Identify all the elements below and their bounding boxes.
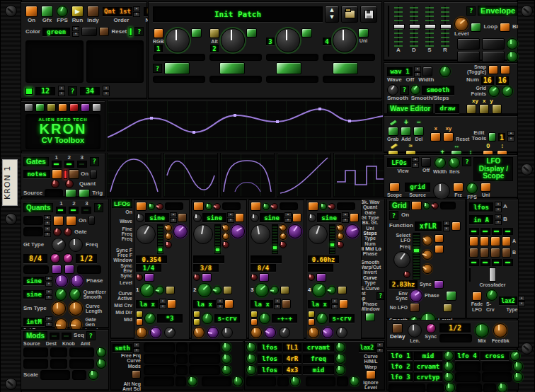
quants-on-toggle[interactable] <box>88 216 95 225</box>
lfo-envsync-pad[interactable] <box>316 273 326 282</box>
macro-bar[interactable] <box>209 54 262 61</box>
lfo-level-knob[interactable] <box>255 283 269 297</box>
matrix-amt-knob[interactable] <box>233 376 243 386</box>
grid-tan-pad[interactable] <box>443 304 452 312</box>
delay-on-button[interactable] <box>392 323 403 333</box>
lfo-mini-knob[interactable] <box>156 203 163 210</box>
mod-p2-value[interactable]: freq <box>303 354 334 363</box>
lax2-value[interactable]: lax2 <box>359 344 376 352</box>
sustain-slider[interactable] <box>425 6 435 47</box>
mod-src-value[interactable]: lfos <box>258 354 282 363</box>
scope-view-value[interactable]: LFOs <box>387 158 411 167</box>
quant-wave-value-2[interactable]: sine <box>23 290 45 299</box>
grid-pad[interactable] <box>435 245 444 253</box>
wave-select-value[interactable]: wav 1 <box>387 67 413 76</box>
count-left-spinner[interactable] <box>58 86 65 96</box>
matrix-select[interactable] <box>189 342 220 352</box>
theme-swatch[interactable] <box>81 103 90 112</box>
order-value[interactable]: Qnt 1st <box>103 7 132 16</box>
grid-hi-knob[interactable] <box>422 236 432 246</box>
function-value[interactable]: xfLR <box>415 221 442 231</box>
theme-swatch[interactable] <box>24 103 33 112</box>
mod-amt-knob[interactable] <box>96 347 106 357</box>
lfo-wave-value[interactable]: sine <box>202 213 226 222</box>
quant-smooth-knob-2[interactable] <box>69 288 81 301</box>
wave-off-toggle[interactable] <box>422 67 432 76</box>
matrix-amt-knob[interactable] <box>222 365 231 375</box>
lfo-midcrv-value[interactable]: la x <box>136 300 159 309</box>
lfo-wave-value[interactable]: sine <box>145 213 169 222</box>
lfo-fine-knob[interactable] <box>136 214 144 222</box>
fader-type-spinner[interactable] <box>518 296 525 306</box>
matrix-amt-knob[interactable] <box>497 383 507 392</box>
fader-b-pad[interactable] <box>480 248 489 258</box>
del-button[interactable] <box>413 127 424 136</box>
quant-gate-knob-1[interactable] <box>53 228 62 236</box>
xr-d[interactable]: cross <box>481 352 509 360</box>
lfo-phase-knob[interactable] <box>345 224 359 238</box>
loop-button[interactable] <box>471 23 481 32</box>
wave-select-spinner[interactable] <box>414 67 421 77</box>
matrix-select[interactable] <box>482 362 512 371</box>
lfo-wave-spinner[interactable] <box>342 212 349 223</box>
copy-from-value[interactable]: 1 <box>498 133 505 142</box>
lfo-midcrv-spinner[interactable] <box>274 299 281 309</box>
help-button[interactable]: ? <box>86 331 96 340</box>
lfo-mid-led[interactable] <box>193 311 200 318</box>
matrix-select-sm[interactable] <box>427 384 444 392</box>
quant-type-display[interactable] <box>23 216 43 225</box>
lfo-middir-knob[interactable] <box>136 327 147 338</box>
macro-bar[interactable] <box>323 76 375 83</box>
intm-value[interactable]: intM <box>23 318 45 326</box>
lfo-wave-spinner[interactable] <box>170 212 177 223</box>
fader-b-spinner[interactable] <box>495 214 502 225</box>
lfo-mid-knob3[interactable] <box>164 327 176 338</box>
fader-b-pad[interactable] <box>469 248 478 258</box>
macro-enable-1[interactable] <box>191 28 202 38</box>
fader-a-pad[interactable] <box>490 236 500 246</box>
quant-sync-left[interactable]: 8/4 <box>23 254 47 263</box>
matrix-select[interactable] <box>144 376 174 386</box>
ignore-level-button[interactable] <box>366 370 376 379</box>
matrix-amt-knob[interactable] <box>335 342 345 352</box>
grid-mid-knob[interactable] <box>422 250 432 260</box>
lfo-phase-knob[interactable] <box>231 224 245 238</box>
copy-from-button[interactable] <box>488 132 496 142</box>
theme-swatch[interactable] <box>92 103 101 112</box>
scope-view-spinner[interactable] <box>412 157 419 168</box>
help-button[interactable]: ? <box>466 6 476 16</box>
help-button[interactable]: ? <box>68 86 77 96</box>
mod-source-select[interactable] <box>23 359 48 369</box>
lax2-spinner[interactable] <box>376 342 384 353</box>
wave-slot-2[interactable] <box>163 153 218 197</box>
lfo-mid-led[interactable] <box>308 318 315 325</box>
theme-swatch[interactable] <box>69 103 79 112</box>
macro-bar[interactable] <box>323 54 375 61</box>
wave-editor-display[interactable] <box>107 100 382 151</box>
delay-len-knob[interactable] <box>408 323 422 338</box>
lfo-envsync-pad[interactable] <box>144 273 154 282</box>
fader-a-value[interactable]: lfos <box>469 202 493 212</box>
lfo-mid-led[interactable] <box>308 311 315 318</box>
mod-dest-select[interactable] <box>50 347 67 357</box>
matrix-amt-knob[interactable] <box>444 372 454 382</box>
freeze-button[interactable] <box>453 183 464 192</box>
matrix-select-sm[interactable] <box>337 376 348 386</box>
lfo-midcrv-spinner[interactable] <box>159 299 166 309</box>
lfo-mini-knob[interactable] <box>214 203 221 210</box>
quant-wave-spinner-2[interactable] <box>45 289 52 300</box>
grid-mini-knob[interactable] <box>432 202 439 209</box>
grid-phase-knob[interactable] <box>410 289 422 302</box>
matrix-amt-knob[interactable] <box>335 365 345 375</box>
xr-a[interactable]: lfo 1 <box>389 352 413 360</box>
indy-button[interactable] <box>87 6 99 17</box>
lfo-level-knob[interactable] <box>197 283 212 297</box>
quant-fine-knob-2[interactable] <box>63 253 73 263</box>
matrix-amt-knob[interactable] <box>188 376 197 386</box>
matrix-select[interactable] <box>189 365 220 375</box>
num-x-value[interactable]: 16 <box>481 76 494 85</box>
grid-mini-knob[interactable] <box>423 202 430 209</box>
fader-type-value[interactable]: lax2 <box>499 296 517 305</box>
lfo-midcrv-button[interactable] <box>167 299 176 309</box>
lfo-curve-active-knob[interactable] <box>156 286 164 294</box>
